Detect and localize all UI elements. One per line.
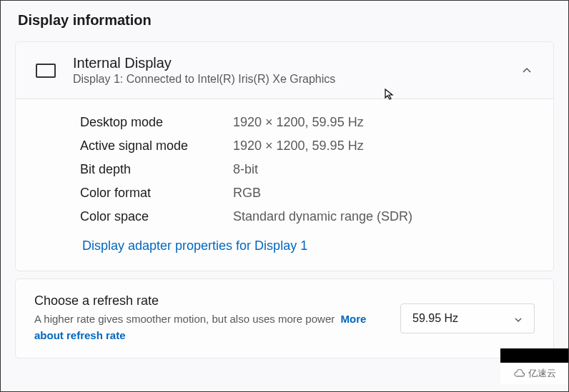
prop-row-color-format: Color format RGB bbox=[80, 181, 538, 205]
refresh-text-block: Choose a refresh rate A higher rate give… bbox=[34, 293, 386, 343]
prop-value: 8-bit bbox=[233, 162, 258, 177]
chevron-down-icon bbox=[514, 314, 523, 323]
prop-label: Active signal mode bbox=[80, 139, 233, 154]
refresh-desc-text: A higher rate gives smoother motion, but… bbox=[34, 313, 335, 325]
cloud-icon bbox=[513, 369, 526, 378]
prop-value: RGB bbox=[233, 186, 261, 201]
prop-value: 1920 × 1200, 59.95 Hz bbox=[233, 115, 364, 130]
section-title: Display information bbox=[18, 12, 554, 29]
prop-row-desktop-mode: Desktop mode 1920 × 1200, 59.95 Hz bbox=[80, 111, 538, 134]
display-card-header[interactable]: Internal Display Display 1: Connected to… bbox=[16, 42, 553, 99]
prop-label: Desktop mode bbox=[80, 115, 233, 130]
refresh-rate-card: Choose a refresh rate A higher rate give… bbox=[15, 278, 554, 358]
prop-label: Color format bbox=[80, 186, 233, 201]
prop-label: Color space bbox=[80, 209, 233, 224]
display-info-card: Internal Display Display 1: Connected to… bbox=[15, 41, 554, 271]
prop-label: Bit depth bbox=[80, 162, 233, 177]
refresh-rate-title: Choose a refresh rate bbox=[34, 293, 386, 308]
display-subtitle: Display 1: Connected to Intel(R) Iris(R)… bbox=[73, 73, 505, 86]
display-card-body: Desktop mode 1920 × 1200, 59.95 Hz Activ… bbox=[16, 99, 553, 271]
display-header-text: Internal Display Display 1: Connected to… bbox=[73, 55, 505, 86]
display-title: Internal Display bbox=[73, 55, 505, 71]
prop-value: Standard dynamic range (SDR) bbox=[233, 209, 412, 224]
prop-value: 1920 × 1200, 59.95 Hz bbox=[233, 139, 364, 154]
chevron-up-icon bbox=[522, 66, 532, 76]
watermark-text: 亿速云 bbox=[500, 363, 568, 384]
refresh-rate-description: A higher rate gives smoother motion, but… bbox=[34, 311, 386, 343]
watermark: 亿速云 bbox=[500, 348, 568, 386]
prop-row-color-space: Color space Standard dynamic range (SDR) bbox=[80, 205, 538, 228]
watermark-bar bbox=[500, 348, 568, 363]
prop-row-bit-depth: Bit depth 8-bit bbox=[80, 158, 538, 181]
prop-row-active-signal: Active signal mode 1920 × 1200, 59.95 Hz bbox=[80, 134, 538, 158]
refresh-rate-selected: 59.95 Hz bbox=[412, 312, 458, 325]
refresh-rate-dropdown[interactable]: 59.95 Hz bbox=[400, 303, 535, 333]
display-icon bbox=[36, 64, 56, 78]
adapter-properties-link[interactable]: Display adapter properties for Display 1 bbox=[82, 238, 307, 253]
